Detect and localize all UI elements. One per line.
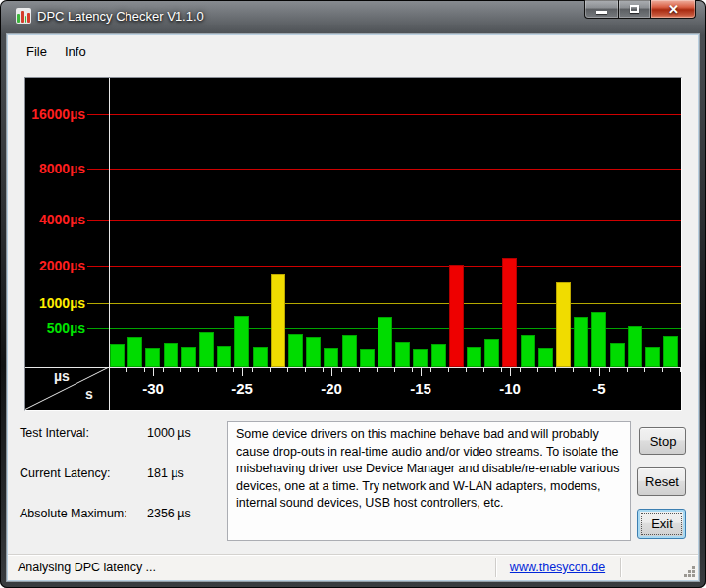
x-tick (520, 368, 521, 372)
stat-label: Absolute Maximum: (20, 507, 127, 520)
x-tick-major (331, 368, 332, 376)
x-tick (448, 368, 449, 372)
x-tick (180, 368, 181, 372)
x-tick (466, 368, 467, 372)
status-bar: Analysing DPC latency ... www.thesycon.d… (8, 554, 698, 580)
x-tick (126, 368, 127, 372)
stat-label: Test Interval: (20, 426, 89, 440)
status-message: Analysing DPC latency ... (18, 561, 156, 574)
chart-bar (502, 258, 517, 367)
chart-plot: 16000µs8000µs4000µs2000µs1000µs500µs-30-… (25, 78, 681, 410)
close-icon: ✕ (668, 3, 679, 16)
x-tick (323, 368, 324, 372)
x-tick (627, 368, 628, 372)
corner-unit-us: µs (54, 368, 70, 384)
x-tick (662, 368, 663, 372)
chart-bar (431, 344, 446, 367)
app-icon-bar (17, 14, 20, 23)
chart-bar (324, 348, 338, 367)
resize-grip[interactable] (692, 574, 695, 577)
x-tick (305, 368, 306, 372)
chart-bar (610, 343, 625, 367)
x-tick (555, 368, 556, 372)
x-tick (341, 368, 342, 372)
chart-bar (538, 348, 553, 367)
chart-bar (306, 337, 321, 367)
x-tick-major (421, 368, 422, 376)
chart-bar (628, 326, 642, 367)
x-tick (609, 368, 610, 372)
stat-value: 2356 µs (147, 507, 191, 520)
x-tick (430, 368, 431, 372)
x-tick-major (153, 368, 154, 376)
gridline (87, 303, 681, 304)
minimize-button[interactable] (584, 0, 618, 19)
app-icon-bar (21, 11, 24, 23)
stat-value: 181 µs (147, 466, 184, 480)
x-tick (377, 368, 378, 372)
gridline (87, 220, 681, 220)
gridline (87, 114, 681, 115)
website-link[interactable]: www.thesycon.de (510, 561, 605, 574)
gridline-label: 1000µs (25, 295, 85, 311)
x-tick (394, 368, 395, 372)
stop-button[interactable]: Stop (639, 427, 686, 455)
app-icon-bar (27, 13, 30, 23)
exit-button[interactable]: Exit (637, 509, 686, 539)
x-tick (483, 368, 484, 372)
chart-panel: 16000µs8000µs4000µs2000µs1000µs500µs-30-… (24, 77, 682, 411)
gridline-label: 8000µs (25, 161, 85, 176)
stat-value: 1000 µs (147, 426, 191, 440)
chart-bar (645, 347, 660, 367)
chart-bar (127, 337, 142, 367)
x-tick (412, 368, 413, 372)
x-tick (501, 368, 502, 372)
gridline (87, 266, 681, 267)
x-tick (537, 368, 538, 372)
x-tick-major (510, 368, 511, 376)
x-tick-label: -5 (580, 380, 619, 397)
chart-bar (360, 349, 375, 367)
maximize-button[interactable] (618, 0, 651, 19)
chart-bar (288, 334, 303, 367)
window-title: DPC Latency Checker V1.1.0 (37, 9, 204, 24)
gridline-label: 500µs (25, 320, 85, 336)
corner-unit-s: s (85, 386, 93, 402)
title-bar[interactable]: DPC Latency Checker V1.1.0 ✕ (0, 0, 706, 35)
x-tick (270, 368, 271, 372)
chart-bar (253, 347, 268, 367)
chart-bar (521, 335, 535, 367)
chart-bar (449, 265, 464, 367)
client-area: File Info 16000µs8000µs4000µs2000µs1000µ… (8, 35, 698, 580)
chart-bar (342, 335, 357, 367)
app-window: DPC Latency Checker V1.1.0 ✕ File Info 1… (0, 0, 706, 588)
gridline-label: 2000µs (25, 258, 85, 273)
x-tick-label: -30 (133, 380, 173, 397)
statusbar-divider (620, 558, 621, 577)
menu-item-info[interactable]: Info (56, 40, 95, 63)
chart-bar (574, 317, 588, 367)
close-button[interactable]: ✕ (651, 0, 696, 19)
stat-label: Current Latency: (20, 466, 110, 480)
chart-bar (199, 332, 214, 367)
menu-item-file[interactable]: File (18, 40, 56, 63)
chart-bar (467, 347, 481, 367)
reset-button[interactable]: Reset (637, 467, 686, 496)
chart-bar (110, 344, 125, 367)
chart-bar (556, 282, 571, 367)
x-tick (590, 368, 591, 372)
app-icon (16, 8, 31, 24)
x-tick (680, 368, 681, 372)
gridline (87, 169, 681, 170)
window-controls: ✕ (584, 0, 696, 19)
chart-bar (663, 336, 678, 367)
x-tick-major (599, 368, 600, 376)
info-textbox[interactable]: Some device drivers on this machine beha… (227, 421, 631, 541)
x-baseline (25, 367, 681, 368)
x-tick-major (242, 368, 243, 376)
chart-bar (164, 343, 178, 367)
menu-bar: File Info (8, 37, 698, 65)
x-tick (144, 368, 145, 372)
chart-bar (591, 312, 606, 367)
chart-bar (271, 274, 285, 367)
